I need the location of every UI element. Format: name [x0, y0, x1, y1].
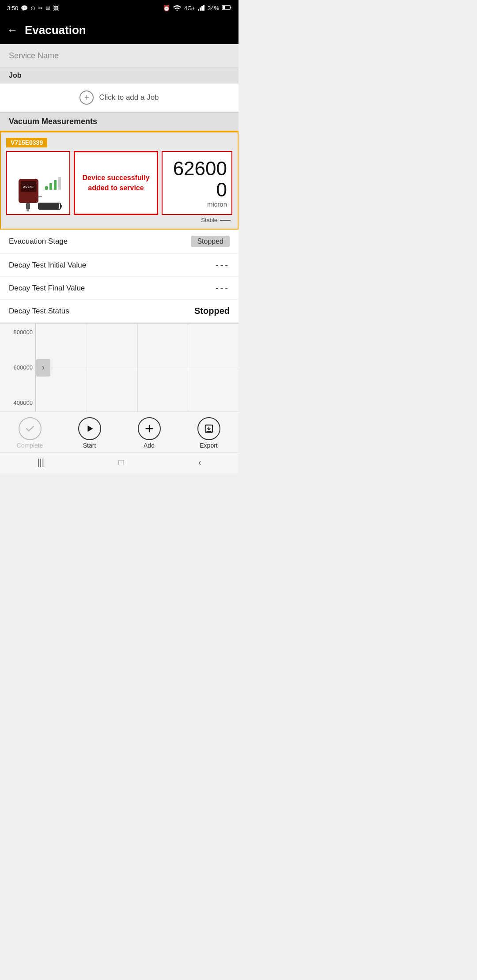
svg-rect-7 — [223, 6, 225, 9]
wifi-icon — [173, 4, 182, 12]
reading-line2: 0 — [216, 179, 227, 200]
job-section-header: Job — [0, 68, 238, 83]
svg-rect-20 — [61, 205, 62, 207]
status-right: ⏰ 4G+ 34% — [163, 4, 231, 12]
email-icon: ✉ — [45, 5, 50, 11]
start-label: Start — [83, 442, 96, 449]
svg-point-12 — [26, 209, 29, 211]
chart-y-label-bot: 400000 — [14, 400, 33, 406]
alarm-icon: ⏰ — [163, 5, 170, 11]
service-name-input[interactable]: Service Name — [9, 51, 59, 60]
svg-point-0 — [177, 9, 178, 11]
stable-label: Stable — [201, 217, 217, 223]
add-job-label: Click to add a Job — [99, 93, 159, 102]
chart-inner: 800000 600000 400000 — [0, 324, 238, 411]
svg-marker-21 — [87, 426, 93, 432]
device-tooltip: Device successfully added to service — [74, 151, 158, 215]
message-icon: 💬 — [21, 5, 28, 11]
decay-final-row: Decay Test Final Value --- — [0, 277, 238, 300]
device-row: AV760 ↔ Device succ — [6, 151, 232, 215]
device-tooltip-text: Device successfully added to service — [80, 173, 152, 193]
page-title: Evacuation — [25, 23, 86, 37]
decay-initial-value: --- — [216, 260, 230, 270]
svg-rect-19 — [39, 204, 59, 209]
svg-rect-13 — [45, 186, 48, 190]
device-value-box: 62600 0 micron — [162, 151, 232, 215]
status-left: 3:50 💬 ⊙ ✂ ✉ 🖼 — [7, 5, 59, 11]
add-job-row[interactable]: + Click to add a Job — [0, 83, 238, 113]
chart-y-label-mid: 600000 — [14, 364, 33, 371]
svg-rect-1 — [198, 9, 199, 11]
chart-section: 800000 600000 400000 › — [0, 323, 238, 411]
complete-label: Complete — [17, 442, 43, 449]
android-nav-bar: ||| □ ‹ — [0, 452, 238, 474]
export-icon — [197, 417, 220, 440]
time-display: 3:50 — [7, 5, 18, 11]
reading-unit: micron — [207, 200, 227, 208]
decay-final-label: Decay Test Final Value — [9, 284, 85, 293]
decay-final-value: --- — [216, 283, 230, 293]
export-label: Export — [200, 442, 217, 449]
chart-y-label-top: 800000 — [14, 329, 33, 335]
call-icon: ✂ — [38, 5, 43, 11]
svg-rect-3 — [201, 6, 203, 11]
complete-icon — [19, 417, 42, 440]
svg-text:↔: ↔ — [36, 192, 43, 200]
battery-label: 34% — [208, 5, 219, 11]
image-icon: 🖼 — [53, 5, 59, 11]
decay-initial-label: Decay Test Initial Value — [9, 261, 86, 270]
svg-rect-6 — [231, 7, 231, 8]
network-label: 4G+ — [184, 5, 195, 11]
chart-grid — [35, 324, 238, 411]
android-menu-button[interactable]: ||| — [37, 457, 44, 467]
svg-rect-4 — [203, 5, 204, 11]
app-header: ← Evacuation — [0, 16, 238, 44]
reading-line1: 62600 — [173, 158, 227, 179]
android-home-button[interactable]: □ — [118, 457, 124, 467]
add-job-icon: + — [80, 90, 94, 105]
svg-text:AV760: AV760 — [23, 185, 34, 189]
svg-rect-11 — [26, 203, 30, 209]
signal-bars-icon — [198, 4, 205, 12]
svg-rect-16 — [58, 177, 61, 190]
vacuum-section-header: Vacuum Measurements — [0, 113, 238, 132]
stable-row: Stable — [6, 217, 232, 223]
chart-expand-button[interactable]: › — [36, 359, 50, 377]
decay-status-row: Decay Test Status Stopped — [0, 300, 238, 323]
vgrid3 — [188, 324, 188, 411]
svg-rect-15 — [54, 180, 57, 190]
vacuum-label: Vacuum Measurements — [9, 117, 97, 126]
stats-section: Evacuation Stage Stopped Decay Test Init… — [0, 230, 238, 323]
complete-nav-item[interactable]: Complete — [12, 417, 48, 449]
decay-status-value: Stopped — [194, 306, 230, 316]
stable-line — [220, 220, 231, 221]
add-nav-item[interactable]: Add — [132, 417, 167, 449]
svg-rect-2 — [200, 8, 201, 11]
chart-y-labels: 800000 600000 400000 — [0, 324, 35, 411]
add-label: Add — [144, 442, 155, 449]
back-button[interactable]: ← — [7, 24, 18, 36]
vgrid1 — [87, 324, 87, 411]
device-id-badge: V715E0339 — [6, 138, 47, 147]
export-nav-item[interactable]: Export — [191, 417, 227, 449]
battery-icon — [222, 5, 231, 11]
service-name-section[interactable]: Service Name — [0, 44, 238, 68]
evacuation-stage-row: Evacuation Stage Stopped — [0, 230, 238, 254]
device-area: V715E0339 AV760 ↔ — [0, 132, 238, 230]
status-bar: 3:50 💬 ⊙ ✂ ✉ 🖼 ⏰ 4G+ 34% — [0, 0, 238, 16]
start-icon — [78, 417, 101, 440]
svg-rect-14 — [49, 183, 52, 190]
device-image-box: AV760 ↔ — [6, 151, 70, 215]
decay-initial-row: Decay Test Initial Value --- — [0, 254, 238, 277]
android-back-button[interactable]: ‹ — [198, 457, 201, 467]
location-icon: ⊙ — [30, 5, 35, 11]
vgrid2 — [137, 324, 138, 411]
evacuation-stage-value: Stopped — [191, 236, 230, 247]
bottom-nav: Complete Start Add Export — [0, 411, 238, 452]
start-nav-item[interactable]: Start — [72, 417, 107, 449]
evacuation-stage-label: Evacuation Stage — [9, 237, 68, 246]
add-icon — [138, 417, 161, 440]
job-label: Job — [9, 72, 21, 79]
decay-status-label: Decay Test Status — [9, 307, 69, 316]
